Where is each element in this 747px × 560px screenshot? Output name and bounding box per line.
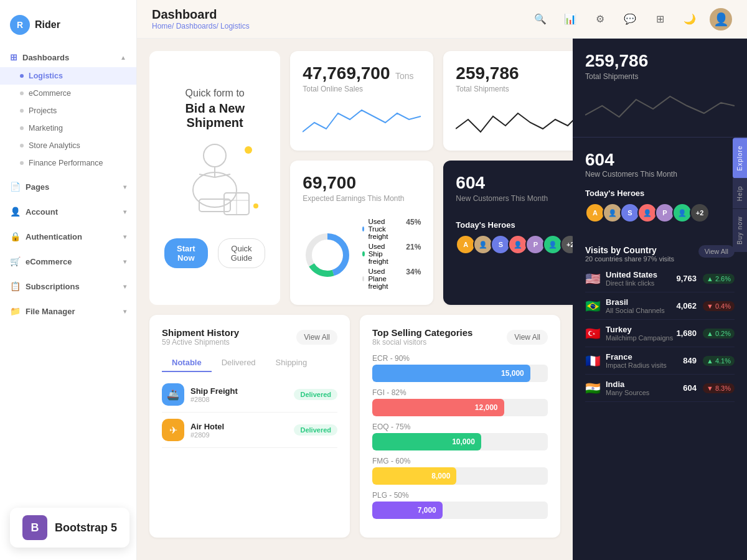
legend-plane: Used Plane freight 34% <box>362 268 421 290</box>
countries-subtitle: 20 countries share 97% visits <box>585 255 674 263</box>
quick-guide-button[interactable]: Quick Guide <box>218 238 266 268</box>
shipment-history-view-all[interactable]: View All <box>296 330 337 345</box>
chevron-down-icon: ▾ <box>123 283 126 290</box>
customize-icon[interactable]: ⚙ <box>590 9 610 29</box>
tr-change: ▲ 0.2% <box>703 329 735 338</box>
svg-point-0 <box>204 144 226 167</box>
shipment-row: ✈ Air Hotel #2809 Delivered <box>162 413 337 448</box>
start-now-button[interactable]: Start Now <box>164 238 208 268</box>
sidebar: R Rider ⊞ Dashboards ▲ Logistics eCommer… <box>0 0 137 560</box>
bottom-grid: Shipment History 59 Active Shipments Vie… <box>149 315 560 538</box>
sidebar-category-authentication[interactable]: 🔒 Authentication ▾ <box>0 226 136 246</box>
sidebar-category-pages[interactable]: 📄 Pages ▾ <box>0 177 136 197</box>
sidebar-item-label: Projects <box>29 106 57 115</box>
search-icon[interactable]: 🔍 <box>530 9 550 29</box>
explore-button[interactable]: Explore <box>733 138 747 179</box>
right-panel: Explore Help Buy now 259,786 Total Shipm… <box>573 39 747 560</box>
breadcrumb-dashboards[interactable]: Dashboards/ <box>176 22 220 30</box>
quick-form-title: Quick form to <box>186 88 245 99</box>
br-flag: 🇧🇷 <box>585 299 601 314</box>
sidebar-category-label: Authentication <box>26 232 82 241</box>
top-selling-title: Top Selling Categories <box>372 327 472 338</box>
bootstrap-icon: B <box>22 515 47 540</box>
top-selling-subtitle: 8k social visitors <box>372 338 472 347</box>
bar-fgi: 12,000 <box>372 399 504 416</box>
shipments-number: 259,786 <box>456 63 519 83</box>
sidebar-item-store-analytics[interactable]: Store Analytics <box>0 137 136 154</box>
sidebar-category-filemanager[interactable]: 📁 File Manager ▾ <box>0 301 136 321</box>
br-info: Brasil All Social Channels <box>606 297 676 314</box>
message-icon[interactable]: 💬 <box>620 9 640 29</box>
fr-flag: 🇫🇷 <box>585 353 601 368</box>
avatar-more: +2 <box>560 235 573 254</box>
country-row-br: 🇧🇷 Brasil All Social Channels 4,062 ▼ 0.… <box>585 292 735 320</box>
br-visits: 4,062 <box>676 301 697 310</box>
main-area: Dashboard Home/ Dashboards/ Logistics 🔍 … <box>137 0 747 560</box>
tab-shipping[interactable]: Shipping <box>266 354 317 372</box>
sidebar-item-label: eCommerce <box>29 89 71 98</box>
sidebar-category-ecommerce2[interactable]: 🛒 eCommerce ▾ <box>0 251 136 271</box>
dot-icon <box>20 91 24 95</box>
dashboards-icon: ⊞ <box>10 52 17 62</box>
btn-row: Start Now Quick Guide <box>164 238 265 268</box>
sidebar-item-logistics[interactable]: Logistics <box>0 67 136 85</box>
grid-apps-icon[interactable]: ⊞ <box>650 9 670 29</box>
top-selling-view-all[interactable]: View All <box>507 330 548 345</box>
earnings-label: Expected Earnings This Month <box>303 194 421 203</box>
us-visits: 9,763 <box>676 274 697 283</box>
sidebar-item-label: Finance Performance <box>29 159 103 167</box>
top-selling-header: Top Selling Categories 8k social visitor… <box>372 327 548 347</box>
ship-id: #2808 <box>190 396 238 403</box>
sidebar-category-subscriptions[interactable]: 📋 Subscriptions ▾ <box>0 276 136 296</box>
earnings-card: 69,700 Expected Earnings This Month <box>290 161 433 305</box>
sidebar-category-account[interactable]: 👤 Account ▾ <box>0 202 136 222</box>
ship-status-2: Delivered <box>294 424 337 436</box>
content: Quick form to Bid a New Shipment <box>137 39 747 560</box>
theme-toggle-icon[interactable]: 🌙 <box>680 9 700 29</box>
sidebar-item-marketing[interactable]: Marketing <box>0 119 136 137</box>
sidebar-item-label: Marketing <box>29 124 63 133</box>
avatar[interactable]: 👤 <box>710 8 732 30</box>
bar-outer-ecr: 15,000 <box>372 365 548 382</box>
shipment-history-subtitle: 59 Active Shipments <box>162 338 239 347</box>
account-icon: 👤 <box>10 207 21 217</box>
logo-icon: R <box>10 15 30 35</box>
bar-row-ecr: ECR - 90% 15,000 <box>372 354 548 382</box>
sidebar-category-dashboards[interactable]: ⊞ Dashboards ▲ <box>0 47 136 67</box>
ship-row-left: 🚢 Ship Freight #2808 <box>162 383 238 406</box>
sidebar-item-label: Logistics <box>29 72 63 80</box>
bar-row-plg: PLG - 50% 7,000 <box>372 491 548 519</box>
tab-notable[interactable]: Notable <box>162 354 212 372</box>
sidebar-item-ecommerce[interactable]: eCommerce <box>0 85 136 102</box>
customers-number: 604 <box>456 173 485 192</box>
buy-now-button[interactable]: Buy now <box>733 208 747 251</box>
fr-source: Impact Radius visits <box>606 362 683 369</box>
sidebar-item-finance-performance[interactable]: Finance Performance <box>0 154 136 172</box>
online-sales-unit: Tons <box>395 71 414 81</box>
fr-visits: 849 <box>683 356 697 365</box>
us-flag: 🇺🇸 <box>585 271 601 286</box>
tab-delivered[interactable]: Delivered <box>212 354 266 372</box>
dark-customers-label: New Customers This Month <box>585 170 735 179</box>
sidebar-section-pages: 📄 Pages ▾ <box>0 177 136 197</box>
auth-icon: 🔒 <box>10 231 21 241</box>
top-grid: Quick form to Bid a New Shipment <box>149 51 560 305</box>
in-flag: 🇮🇳 <box>585 381 601 396</box>
header-right: 🔍 📊 ⚙ 💬 ⊞ 🌙 👤 <box>530 8 732 30</box>
ship-name: Ship Freight <box>190 386 238 396</box>
shipments-label: Total Shipments <box>456 85 573 93</box>
countries-view-all[interactable]: View All <box>698 245 735 258</box>
header-left: Dashboard Home/ Dashboards/ Logistics <box>152 7 250 30</box>
app-logo[interactable]: R Rider <box>0 10 136 47</box>
help-button[interactable]: Help <box>733 179 747 209</box>
ship-status: Delivered <box>294 389 337 400</box>
country-row-tr: 🇹🇷 Turkey Mailchimp Campaigns 1,680 ▲ 0.… <box>585 320 735 347</box>
br-source: All Social Channels <box>606 307 676 314</box>
countries-section: Visits by Country 20 countries share 97%… <box>573 235 747 560</box>
sidebar-item-projects[interactable]: Projects <box>0 102 136 119</box>
sidebar-section-account: 👤 Account ▾ <box>0 202 136 222</box>
breadcrumb-home[interactable]: Home/ <box>152 22 176 30</box>
br-name: Brasil <box>606 297 676 307</box>
chart-icon[interactable]: 📊 <box>560 9 580 29</box>
bootstrap-watermark: B Bootstrap 5 <box>10 508 129 548</box>
